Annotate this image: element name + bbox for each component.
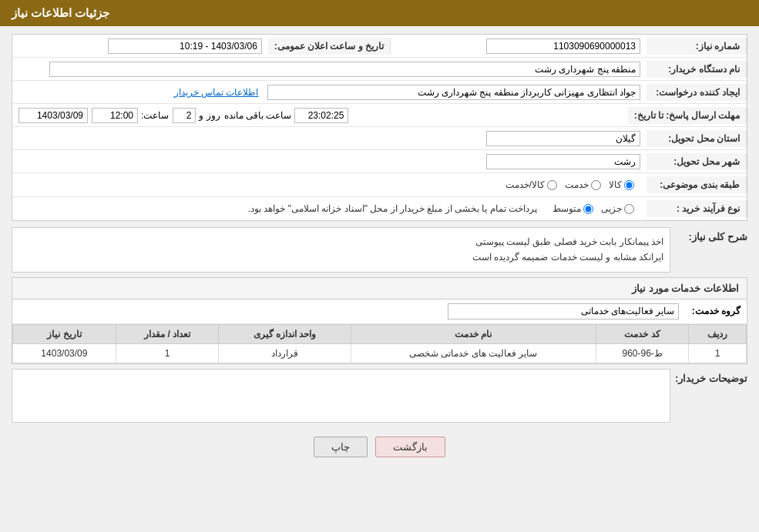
deadline-datetime: ساعت: روز و ساعت باقی مانده [12, 105, 628, 126]
category-radio-khedmat[interactable]: خدمت [565, 179, 601, 190]
table-header-row: ردیف کد خدمت نام خدمت واحد اندازه گیری ت… [13, 324, 747, 343]
province-input[interactable] [486, 131, 640, 146]
print-button[interactable]: چاپ [314, 437, 368, 457]
category-radio-kala-khedmat[interactable]: کالا/خدمت [505, 179, 557, 190]
process-radio-jozi[interactable]: جزیی [601, 203, 634, 214]
category-radio-kala[interactable]: کالا [609, 179, 634, 190]
services-content: گروه خدمت: ردیف کد خدمت نام خدمت واحد ان… [12, 299, 747, 364]
process-note: پرداخت تمام یا بخشی از مبلغ خریدار از مح… [248, 203, 537, 214]
category-options: کالا خدمت کالا/خدمت [12, 173, 646, 196]
deadline-date-item [18, 108, 88, 123]
buyer-org-input[interactable] [49, 62, 640, 77]
col-row: ردیف [689, 324, 747, 343]
need-number-row: شماره نیاز: تاریخ و ساعت اعلان عمومی: [12, 35, 747, 58]
col-date: تاریخ نیاز [13, 324, 116, 343]
deadline-days-input[interactable] [173, 108, 196, 123]
col-quantity: تعداد / مقدار [116, 324, 219, 343]
main-content: شماره نیاز: تاریخ و ساعت اعلان عمومی: نا… [0, 26, 759, 473]
process-jozi-radio[interactable] [624, 204, 634, 214]
service-group-row: گروه خدمت: [12, 299, 747, 324]
col-code: کد خدمت [596, 324, 688, 343]
category-label: طبقه بندی موضوعی: [646, 176, 747, 193]
deadline-time-input[interactable] [92, 108, 138, 123]
cell-row: 1 [689, 343, 747, 363]
process-motavasset-radio[interactable] [583, 204, 593, 214]
deadline-time-label: ساعت: [141, 110, 169, 121]
page-header: جزئیات اطلاعات نیاز [0, 0, 759, 26]
category-kala-khedmat-radio[interactable] [547, 180, 557, 190]
notes-label: توضیحات خریدار: [670, 369, 747, 388]
category-khedmat-radio[interactable] [591, 180, 601, 190]
category-row: طبقه بندی موضوعی: کالا خدمت [12, 173, 747, 197]
category-radio-group: کالا خدمت کالا/خدمت [18, 176, 640, 193]
page-title: جزئیات اطلاعات نیاز [12, 6, 109, 19]
deadline-date-input[interactable] [18, 108, 88, 123]
description-title: شرح کلی نیاز: [670, 227, 747, 246]
deadline-time-item: ساعت: [92, 108, 169, 123]
col-name: نام خدمت [351, 324, 596, 343]
contact-link[interactable]: اطلاعات تماس خریدار [174, 87, 259, 98]
services-table: ردیف کد خدمت نام خدمت واحد اندازه گیری ت… [12, 324, 747, 363]
info-section: شماره نیاز: تاریخ و ساعت اعلان عمومی: نا… [12, 34, 747, 221]
process-options: جزیی متوسط پرداخت تمام یا بخشی از مبلغ خ… [12, 197, 646, 220]
buyer-org-value [12, 59, 646, 80]
process-jozi-label: جزیی [601, 203, 622, 214]
cell-quantity: 1 [116, 343, 219, 363]
cell-unit: قرارداد [219, 343, 351, 363]
city-input[interactable] [486, 154, 640, 169]
notes-textarea[interactable] [12, 369, 670, 423]
description-section: شرح کلی نیاز: اخذ پیمانکار بابت خرید فصل… [12, 227, 747, 273]
creator-label: ایجاد کننده درخواست: [646, 84, 747, 101]
service-group-label: گروه خدمت: [679, 306, 741, 316]
category-kala-radio[interactable] [624, 180, 634, 190]
notes-row: توضیحات خریدار: [12, 369, 747, 423]
province-label: استان محل تحویل: [646, 130, 747, 147]
back-button[interactable]: بازگشت [375, 437, 445, 457]
process-motavasset-label: متوسط [552, 203, 581, 214]
province-value [12, 128, 646, 149]
cell-name: سایر فعالیت های خدماتی شخصی [351, 343, 596, 363]
service-group-value [18, 303, 679, 320]
col-unit: واحد اندازه گیری [219, 324, 351, 343]
deadline-remaining-item: ساعت باقی مانده [224, 108, 349, 123]
province-row: استان محل تحویل: [12, 127, 747, 150]
category-khedmat-label: خدمت [565, 179, 589, 190]
deadline-day-label: روز و [199, 110, 220, 121]
cell-code: ط-96-960 [596, 343, 688, 363]
deadline-label: مهلت ارسال پاسخ: تا تاریخ: [628, 107, 747, 124]
deadline-remaining-label: ساعت باقی مانده [224, 110, 292, 121]
announce-date-value [12, 35, 268, 57]
announce-date-input[interactable] [108, 38, 262, 54]
category-kala-khedmat-label: کالا/خدمت [505, 179, 545, 190]
process-radio-motavasset[interactable]: متوسط [552, 203, 593, 214]
buyer-org-label: نام دستگاه خریدار: [646, 61, 747, 78]
city-label: شهر محل تحویل: [646, 153, 747, 170]
table-row: 1 ط-96-960 سایر فعالیت های خدماتی شخصی ق… [13, 343, 747, 363]
service-group-input[interactable] [448, 303, 679, 320]
buttons-row: بازگشت چاپ [12, 429, 747, 465]
announce-date-label: تاریخ و ساعت اعلان عمومی: [268, 38, 391, 55]
need-number-label: شماره نیاز: [646, 38, 747, 55]
creator-value: اطلاعات تماس خریدار [12, 82, 646, 103]
city-value [12, 151, 646, 172]
process-radio-group: جزیی متوسط پرداخت تمام یا بخشی از مبلغ خ… [18, 200, 640, 217]
deadline-remaining-input[interactable] [294, 108, 348, 123]
process-row: نوع فرآیند خرید : جزیی متوسط پرداخت تمام… [12, 197, 747, 220]
deadline-row: مهلت ارسال پاسخ: تا تاریخ: ساعت: روز و [12, 104, 747, 127]
services-title: اطلاعات خدمات مورد نیاز [12, 277, 747, 299]
need-number-input[interactable] [486, 38, 640, 54]
city-row: شهر محل تحویل: [12, 150, 747, 173]
cell-date: 1403/03/09 [13, 343, 116, 363]
creator-row: ایجاد کننده درخواست: اطلاعات تماس خریدار [12, 81, 747, 104]
buyer-org-row: نام دستگاه خریدار: [12, 58, 747, 81]
creator-input[interactable] [267, 85, 640, 100]
process-label: نوع فرآیند خرید : [646, 200, 747, 217]
need-number-value [391, 35, 646, 57]
deadline-days-item: روز و [173, 108, 220, 123]
description-value: اخذ پیمانکار بابت خرید فصلی طبق لیست پیو… [12, 227, 670, 273]
page-wrapper: جزئیات اطلاعات نیاز شماره نیاز: تاریخ و … [0, 0, 759, 532]
category-kala-label: کالا [609, 179, 622, 190]
